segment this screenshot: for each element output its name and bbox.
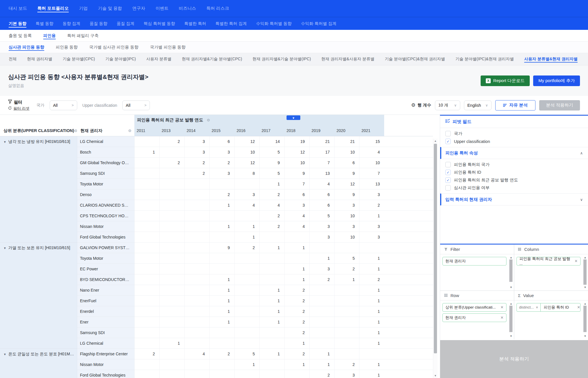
pivot-field[interactable]: ✓피인용 특허의 최근 공보 발행 연도 bbox=[440, 176, 588, 184]
scroll-up-icon[interactable]: ▲ bbox=[583, 302, 587, 305]
checkbox-checked-icon[interactable]: ✓ bbox=[445, 170, 451, 175]
remove-icon[interactable]: ✕ bbox=[575, 305, 580, 309]
nav-primary-item[interactable]: 기술 및 융합 bbox=[98, 6, 122, 11]
nav-view-tabs-item[interactable]: 사용자 분류별 bbox=[146, 57, 171, 62]
scroll-up-icon[interactable]: ▲ bbox=[509, 256, 513, 259]
nav-primary-item[interactable]: 특허 포트폴리오 bbox=[37, 6, 69, 11]
country-filter-dropdown[interactable]: All > bbox=[50, 100, 77, 110]
zone-scrollbar[interactable]: ▲▼ bbox=[583, 302, 587, 338]
nav-secondary-item[interactable]: 동향 집계 bbox=[63, 21, 80, 26]
scroll-up-icon[interactable]: ▲ bbox=[433, 139, 438, 142]
scrollbar-thumb[interactable] bbox=[509, 259, 512, 282]
collapse-header-button[interactable]: ∨ bbox=[287, 115, 300, 120]
nav-secondary-item[interactable]: 수익화 특허별 집계 bbox=[301, 21, 336, 26]
nav-secondary-item[interactable]: 수익화 특허별 동향 bbox=[256, 21, 292, 26]
field-chip[interactable]: 피인용 특허의 최근 공보 발행 ...✕ bbox=[517, 257, 581, 265]
field-chip[interactable]: distinct...∨피인용 특허 ID✕ bbox=[517, 303, 581, 312]
checkbox-checked-icon[interactable]: ✓ bbox=[445, 177, 451, 183]
zone-scrollbar[interactable]: ▲▼ bbox=[509, 256, 513, 289]
nav-secondary-item[interactable]: 핵심 특허별 동향 bbox=[144, 21, 175, 26]
apply-analysis-button[interactable]: 분석 적용하기 bbox=[440, 340, 588, 378]
remove-icon[interactable]: ✕ bbox=[573, 259, 578, 263]
field-chip[interactable]: 상위 분류(Upper classificati...✕ bbox=[442, 303, 506, 312]
chevron-up-icon[interactable]: ∧ bbox=[580, 151, 583, 155]
pivot-field[interactable]: 국가 bbox=[440, 130, 588, 137]
scrollbar-thumb[interactable] bbox=[434, 144, 437, 353]
scrollbar-thumb[interactable] bbox=[583, 306, 587, 332]
nav-primary-item[interactable]: 이벤트 bbox=[156, 6, 169, 11]
row-count-dropdown[interactable]: 10 개 ∨ bbox=[435, 100, 460, 110]
aggregation-select[interactable]: distinct...∨ bbox=[517, 303, 541, 311]
scroll-down-icon[interactable]: ▼ bbox=[509, 286, 513, 289]
nav-primary-item[interactable]: 특허 리스크 bbox=[206, 6, 229, 11]
nav-view-tabs-item[interactable]: 전체 bbox=[9, 57, 17, 62]
filter-reset-button[interactable]: 필터 리셋 bbox=[8, 106, 30, 111]
upper-classification-filter-dropdown[interactable]: All > bbox=[122, 100, 150, 110]
nav-view-tabs-item[interactable]: 기술 분야별(CPC) bbox=[63, 57, 95, 62]
remove-icon[interactable]: ✕ bbox=[499, 305, 504, 309]
checkbox-checked-icon[interactable]: ✓ bbox=[445, 139, 451, 144]
cited-patent-attributes-section[interactable]: 피인용 특허 속성 ∧ bbox=[440, 147, 588, 159]
nav-primary-item[interactable]: 연구자 bbox=[132, 6, 145, 11]
nav-primary-item[interactable]: 기업 bbox=[79, 6, 88, 11]
scroll-up-icon[interactable]: ▲ bbox=[509, 302, 513, 305]
input-patent-assignee-section[interactable]: 입력 특허의 현재 권리자 ∨ bbox=[440, 193, 588, 206]
nav-quaternary-item[interactable]: 피인용 동향 bbox=[56, 44, 78, 50]
pivot-field[interactable]: 심사관 피인용 여부 bbox=[440, 184, 588, 192]
remove-icon[interactable]: ✕ bbox=[499, 315, 504, 320]
gear-icon[interactable]: ⚙ bbox=[128, 129, 131, 133]
nav-secondary-item[interactable]: 기본 동향 bbox=[9, 21, 26, 26]
checkbox-icon[interactable] bbox=[445, 185, 451, 191]
pivot-field[interactable]: 피인용 특허의 국가 bbox=[440, 161, 588, 168]
gear-icon[interactable]: ⚙ bbox=[207, 118, 210, 122]
nav-view-tabs-item[interactable]: 기술 분야별(CPC)&현재 권리자별 bbox=[385, 57, 445, 62]
table-vertical-scrollbar[interactable]: ▲ ▼ bbox=[433, 139, 438, 378]
scrollbar-thumb[interactable] bbox=[583, 259, 587, 285]
row-count-gear-icon[interactable]: ⚙ bbox=[411, 102, 415, 108]
collapse-icon[interactable]: ▼ bbox=[3, 353, 6, 356]
nav-view-tabs-item[interactable]: 현재 권리자별&기술 분야별(CPC) bbox=[182, 57, 242, 62]
nav-view-tabs-item[interactable]: 기술 분야별(IPC)&현재 권리자별 bbox=[455, 57, 514, 62]
gear-icon[interactable]: ⚙ bbox=[74, 129, 77, 133]
language-dropdown[interactable]: English ∨ bbox=[464, 100, 492, 110]
nav-quaternary-item[interactable]: 국가별 심사관 피인용 동향 bbox=[89, 44, 139, 50]
nav-view-tabs-item[interactable]: 현재 권리자별 bbox=[27, 57, 52, 62]
nav-secondary-item[interactable]: 특별 동향 bbox=[36, 21, 53, 26]
nav-tertiary-item[interactable]: 출원 및 등록 bbox=[9, 33, 32, 38]
zone-scrollbar[interactable]: ▲▼ bbox=[509, 302, 513, 338]
scroll-down-icon[interactable]: ▼ bbox=[583, 335, 587, 338]
scroll-down-icon[interactable]: ▼ bbox=[583, 286, 587, 289]
apply-analysis-button-top[interactable]: 분석 적용하기 bbox=[539, 100, 580, 111]
nav-secondary-item[interactable]: 특별한 특허 집계 bbox=[215, 21, 247, 26]
nav-view-tabs-item[interactable]: 현재 권리자별&사용자 분류별 bbox=[321, 57, 374, 62]
nav-quaternary-item[interactable]: 심사관 피인용 동향 bbox=[9, 44, 44, 50]
nav-quaternary-item[interactable]: 국가별 피인용 동향 bbox=[150, 44, 185, 50]
collapse-icon[interactable]: ▼ bbox=[3, 140, 6, 144]
nav-primary-item[interactable]: 대시 보드 bbox=[9, 6, 27, 11]
zone-scrollbar[interactable]: ▲▼ bbox=[583, 256, 587, 289]
add-to-portfolio-button[interactable]: My portfolio에 추가 bbox=[533, 75, 580, 86]
field-chip[interactable]: 현재 권리자✕ bbox=[442, 313, 506, 322]
checkbox-icon[interactable] bbox=[445, 131, 451, 136]
nav-secondary-item[interactable]: 특별한 특허 bbox=[184, 21, 206, 26]
chevron-down-icon[interactable]: ∨ bbox=[580, 197, 583, 202]
free-analysis-button[interactable]: 자유 분석 bbox=[495, 100, 535, 111]
scroll-down-icon[interactable]: ▼ bbox=[433, 374, 438, 377]
nav-view-tabs-item[interactable]: 기술 분야별(IPC) bbox=[105, 57, 136, 62]
scroll-up-icon[interactable]: ▲ bbox=[583, 256, 587, 259]
scroll-down-icon[interactable]: ▼ bbox=[509, 335, 513, 338]
checkbox-icon[interactable] bbox=[445, 162, 451, 167]
nav-secondary-item[interactable]: 품질 동향 bbox=[90, 21, 107, 26]
pivot-field[interactable]: ✓피인용 특허 ID bbox=[440, 168, 588, 176]
collapse-icon[interactable]: ▼ bbox=[3, 247, 6, 250]
scrollbar-thumb[interactable] bbox=[509, 306, 512, 332]
nav-secondary-item[interactable]: 품질 집계 bbox=[117, 21, 134, 26]
nav-primary-item[interactable]: 비즈니스 bbox=[179, 6, 196, 11]
nav-view-tabs-item[interactable]: 현재 권리자별&기술 분야별(IPC) bbox=[252, 57, 311, 62]
nav-tertiary-item[interactable]: 피인용 bbox=[43, 33, 56, 38]
field-chip[interactable]: 현재 권리자 bbox=[442, 257, 506, 265]
report-download-button[interactable]: X Report 다운로드 bbox=[481, 75, 530, 86]
nav-tertiary-item[interactable]: 특허 패밀리 구축 bbox=[67, 33, 99, 38]
nav-view-tabs-item[interactable]: 사용자 분류별&현재 권리자별 bbox=[524, 57, 578, 62]
pivot-field[interactable]: ✓Upper classification bbox=[440, 137, 588, 145]
